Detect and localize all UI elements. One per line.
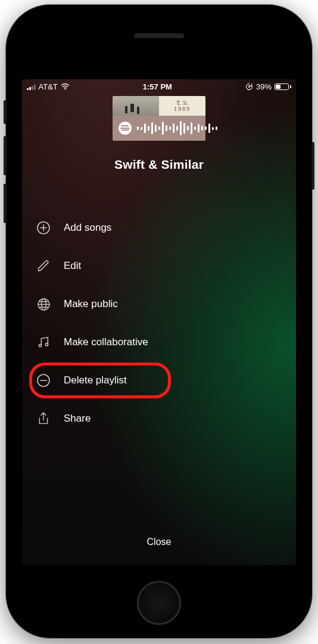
earpiece-speaker — [134, 33, 184, 38]
menu-label: Share — [64, 413, 91, 425]
svg-point-6 — [45, 343, 48, 346]
album-art-collage: T. S. 1989 — [113, 96, 205, 116]
playlist-art: T. S. 1989 — [113, 96, 205, 141]
cell-signal-icon — [27, 83, 36, 90]
add-songs-button[interactable]: Add songs — [28, 209, 290, 247]
menu-label: Make public — [64, 298, 118, 310]
menu-label: Make collaborative — [64, 336, 148, 348]
status-time: 1:57 PM — [143, 82, 172, 91]
globe-icon — [36, 297, 51, 311]
spotify-logo-icon — [119, 122, 132, 135]
svg-rect-1 — [248, 86, 250, 87]
album-art-left — [113, 96, 159, 116]
home-button[interactable] — [137, 581, 181, 625]
power-button — [311, 142, 314, 190]
svg-point-0 — [64, 89, 66, 90]
playlist-title: Swift & Similar — [22, 157, 296, 172]
plus-circle-icon — [36, 221, 51, 235]
rotation-lock-icon — [245, 83, 253, 91]
share-button[interactable]: Share — [28, 400, 290, 438]
share-icon — [36, 411, 51, 426]
screen: AT&T 1:57 PM 39% T. S. 1989 — [22, 79, 296, 565]
battery-icon — [275, 83, 291, 90]
edit-button[interactable]: Edit — [28, 247, 290, 285]
wifi-icon — [61, 83, 70, 90]
context-menu: Add songs Edit Make public Make collabor… — [22, 209, 296, 438]
spotify-code-bars — [137, 121, 217, 135]
battery-percent: 39% — [256, 82, 272, 91]
minus-circle-icon — [36, 373, 51, 388]
delete-playlist-button[interactable]: Delete playlist — [28, 361, 290, 400]
battery-fill — [276, 85, 280, 89]
status-bar: AT&T 1:57 PM 39% — [22, 79, 296, 92]
close-button[interactable]: Close — [22, 530, 296, 555]
volume-up-button — [4, 136, 7, 175]
mute-switch — [4, 100, 7, 124]
spotify-code[interactable] — [113, 116, 205, 141]
pencil-icon — [36, 259, 51, 273]
phone-frame: AT&T 1:57 PM 39% T. S. 1989 — [6, 5, 312, 638]
volume-down-button — [4, 184, 7, 223]
menu-label: Edit — [64, 260, 81, 272]
menu-label: Add songs — [64, 222, 111, 234]
make-collaborative-button[interactable]: Make collaborative — [28, 323, 290, 361]
menu-label: Delete playlist — [64, 374, 127, 386]
album-art-text-bottom: 1989 — [174, 106, 191, 112]
svg-point-5 — [39, 344, 41, 346]
carrier-label: AT&T — [39, 82, 58, 91]
music-note-icon — [36, 335, 51, 349]
make-public-button[interactable]: Make public — [28, 285, 290, 323]
album-art-right: T. S. 1989 — [159, 96, 205, 116]
